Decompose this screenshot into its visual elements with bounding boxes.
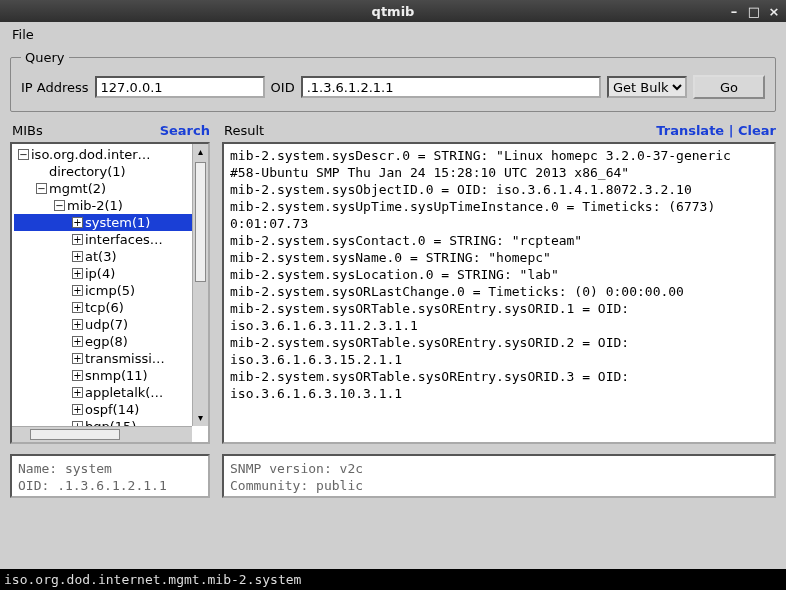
maximize-icon[interactable]: □ [746,4,762,19]
tree-node[interactable]: system(1) [14,214,206,231]
oid-input[interactable] [301,76,601,98]
tree-node[interactable]: appletalk(… [14,384,206,401]
tree-node[interactable]: udp(7) [14,316,206,333]
oid-label: OID [271,80,295,95]
tree-node[interactable]: egp(8) [14,333,206,350]
collapse-icon[interactable] [36,183,47,194]
expand-icon[interactable] [72,251,83,262]
translate-link[interactable]: Translate [656,123,724,138]
search-link[interactable]: Search [160,123,210,138]
title-bar: qtmib – □ × [0,0,786,22]
tree-node[interactable]: snmp(11) [14,367,206,384]
collapse-icon[interactable] [54,200,65,211]
tree-node-label: transmissi… [85,351,165,366]
mib-tree[interactable]: iso.org.dod.inter…directory(1)mgmt(2)mib… [10,142,210,444]
tree-node-label: tcp(6) [85,300,124,315]
tree-node-label: snmp(11) [85,368,148,383]
result-label: Result [222,123,264,138]
tree-scrollbar-horizontal[interactable] [12,426,192,442]
expand-icon[interactable] [72,268,83,279]
ip-label: IP Address [21,80,89,95]
tree-scrollbar-vertical[interactable]: ▴ ▾ [192,144,208,426]
tree-node-label: icmp(5) [85,283,135,298]
clear-link[interactable]: Clear [738,123,776,138]
close-icon[interactable]: × [766,4,782,19]
tree-node[interactable]: icmp(5) [14,282,206,299]
go-button[interactable]: Go [693,75,765,99]
scroll-thumb[interactable] [195,162,206,282]
tree-node-label: iso.org.dod.inter… [31,147,151,162]
tree-node[interactable]: iso.org.dod.inter… [14,146,206,163]
minimize-icon[interactable]: – [726,4,742,19]
tree-node[interactable]: mgmt(2) [14,180,206,197]
window-title: qtmib [0,4,786,19]
mibs-label: MIBs [10,123,43,138]
query-group: Query IP Address OID Get Bulk Go [10,50,776,112]
expand-icon[interactable] [72,370,83,381]
expand-icon[interactable] [72,234,83,245]
expand-icon[interactable] [72,336,83,347]
mib-info: Name: system OID: .1.3.6.1.2.1.1 [10,454,210,498]
expand-icon[interactable] [72,302,83,313]
tree-node-label: directory(1) [49,164,126,179]
ip-input[interactable] [95,76,265,98]
tree-node[interactable]: at(3) [14,248,206,265]
tree-node-label: udp(7) [85,317,128,332]
collapse-icon[interactable] [18,149,29,160]
tree-node[interactable]: directory(1) [14,163,206,180]
tree-node[interactable]: tcp(6) [14,299,206,316]
scroll-thumb-h[interactable] [30,429,120,440]
tree-node-label: mgmt(2) [49,181,106,196]
scroll-down-icon[interactable]: ▾ [193,410,208,426]
expand-icon[interactable] [72,285,83,296]
tree-node-label: mib-2(1) [67,198,123,213]
operation-select[interactable]: Get Bulk [607,76,687,98]
tree-node-label: ospf(14) [85,402,139,417]
link-separator: | [729,123,738,138]
query-legend: Query [21,50,69,65]
menu-bar: File [0,22,786,46]
tree-node-label: egp(8) [85,334,128,349]
expand-icon[interactable] [72,353,83,364]
expand-icon[interactable] [72,387,83,398]
result-output[interactable]: mib-2.system.sysDescr.0 = STRING: "Linux… [222,142,776,444]
expand-icon[interactable] [72,404,83,415]
scroll-up-icon[interactable]: ▴ [193,144,208,160]
tree-node-label: interfaces… [85,232,163,247]
tree-node[interactable]: interfaces… [14,231,206,248]
tree-node-label: system(1) [85,215,150,230]
tree-node[interactable]: transmissi… [14,350,206,367]
tree-node[interactable]: ip(4) [14,265,206,282]
menu-file[interactable]: File [6,25,40,44]
tree-node[interactable]: ospf(14) [14,401,206,418]
snmp-info: SNMP version: v2c Community: public [222,454,776,498]
expand-icon[interactable] [72,319,83,330]
tree-node-label: appletalk(… [85,385,163,400]
status-bar: iso.org.dod.internet.mgmt.mib-2.system [0,570,786,590]
tree-node[interactable]: mib-2(1) [14,197,206,214]
tree-node-label: at(3) [85,249,116,264]
expand-icon[interactable] [72,217,83,228]
tree-node-label: ip(4) [85,266,115,281]
